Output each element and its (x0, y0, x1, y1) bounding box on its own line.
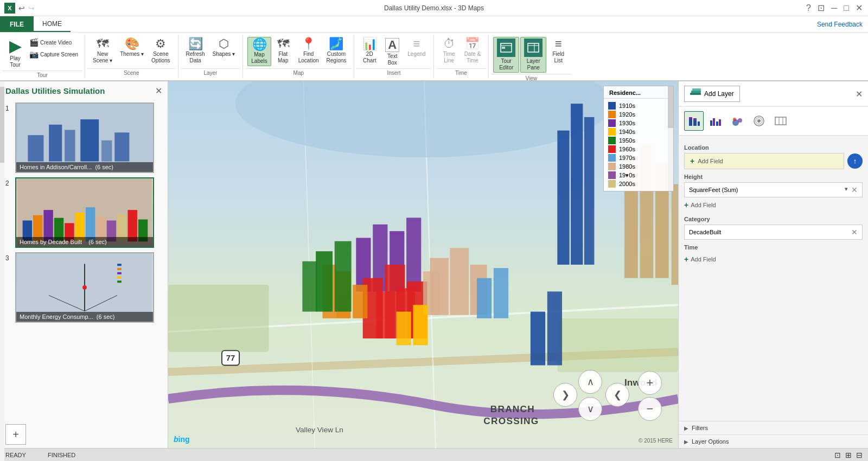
layer-options-section[interactable]: ▶ Layer Options (679, 434, 868, 448)
scene-options-button[interactable]: ⚙ SceneOptions (148, 37, 173, 65)
ribbon-group-insert: 📊 2DChart A TextBox ≡ Legend Insert (354, 35, 433, 78)
2d-chart-button[interactable]: 📊 2DChart (359, 37, 380, 65)
scene-item[interactable]: 3 Monthly Energy Consump... (5, 252, 162, 323)
help-btn[interactable]: ? (805, 3, 812, 13)
field-list-button[interactable]: ≡ FieldList (547, 37, 569, 65)
category-remove-button[interactable]: ✕ (851, 228, 858, 236)
flat-map-label: FlatMap (278, 51, 288, 64)
rotate-right-button[interactable]: ❯ (553, 383, 577, 407)
camera-icon: 📷 (29, 50, 39, 59)
legend-button[interactable]: ≡ Legend (404, 37, 429, 59)
find-location-button[interactable]: 📍 FindLocation (295, 37, 322, 65)
height-remove-button[interactable]: ✕ (851, 185, 858, 194)
status-icon-2[interactable]: ⊞ (845, 451, 852, 459)
upload-button[interactable]: ↑ (847, 153, 863, 169)
scene-item[interactable]: 2 (5, 177, 162, 248)
legend-scrollbar[interactable] (668, 86, 673, 191)
maximize-btn[interactable]: □ (843, 3, 850, 13)
status-icon-3[interactable]: ⊟ (856, 451, 863, 459)
legend-panel: Residenc... 1910s 1920s 1930s 1940s 1950… (603, 86, 674, 191)
ribbon-group-map: 🌐 MapLabels 🗺 FlatMap 📍 FindLocation 🗾 C… (243, 35, 354, 78)
filters-section[interactable]: ▶ Filters (679, 421, 868, 434)
create-video-button[interactable]: 🎬 Create Video (27, 37, 80, 48)
scene-thumb-1[interactable]: Homes in Addison/Carroll... (6 sec) (15, 103, 154, 173)
map-labels-icon: 🌐 (252, 39, 267, 50)
minimize-btn[interactable]: ─ (830, 3, 838, 13)
map-labels-button[interactable]: 🌐 MapLabels (247, 37, 271, 66)
flat-map-button[interactable]: 🗺 FlatMap (272, 37, 294, 65)
map-rotate-right[interactable]: ❯ (553, 383, 577, 407)
height-dropdown-icon[interactable]: ▾ (845, 185, 848, 194)
themes-button[interactable]: 🎨 Themes ▾ (117, 37, 147, 59)
stacked-bar-icon-btn[interactable] (684, 111, 704, 131)
redo-btn[interactable]: ↪ (28, 4, 35, 12)
map-rotate-left[interactable]: ❮ (605, 383, 629, 407)
tilt-up-button[interactable]: ∧ (578, 370, 602, 394)
date-time-button[interactable]: 📅 Date &Time (461, 37, 484, 65)
refresh-data-button[interactable]: 🔄 RefreshData (183, 37, 208, 65)
legend-item: 1940s (608, 128, 669, 136)
svg-rect-58 (316, 251, 333, 311)
svg-rect-91 (698, 121, 700, 126)
legend-color-1930s (608, 119, 616, 127)
tilt-down-button[interactable]: ∨ (578, 397, 602, 421)
layer-group-label: Layer (181, 68, 241, 77)
heat-icon-btn[interactable] (749, 111, 769, 131)
scene-item[interactable]: 1 Homes in Addison/Carroll... (6 sec) (5, 103, 162, 173)
height-value-box[interactable]: SquareFeet (Sum) ▾ ✕ (684, 182, 863, 197)
zoom-out-button[interactable]: − (638, 397, 662, 421)
close-btn[interactable]: ✕ (854, 3, 864, 13)
region-icon-btn[interactable] (771, 111, 790, 131)
layer-pane-button[interactable]: LayerPane (520, 37, 546, 73)
scenes-list: 1 Homes in Addison/Carroll... (6 sec) (0, 100, 168, 421)
svg-rect-56 (353, 285, 367, 318)
field-list-label: FieldList (552, 51, 564, 64)
status-icon-1[interactable]: ⊡ (834, 451, 841, 459)
close-right-panel-button[interactable]: ✕ (856, 89, 863, 99)
left-scrollbar[interactable] (0, 81, 4, 448)
time-label: Time (684, 244, 863, 251)
height-value: SquareFeet (Sum) (689, 187, 738, 193)
restore-btn[interactable]: ⊡ (816, 3, 826, 13)
category-value-box[interactable]: DecadeBuilt ✕ (684, 225, 863, 240)
map-tilt-control[interactable]: ∧ (578, 370, 602, 394)
svg-rect-66 (494, 268, 508, 318)
file-tab[interactable]: FILE (0, 16, 34, 32)
close-panel-button[interactable]: ✕ (155, 86, 162, 96)
shapes-button[interactable]: ⬡ Shapes ▾ (209, 37, 239, 59)
add-scene-button[interactable]: + (5, 424, 26, 445)
play-tour-button[interactable]: ▶ PlayTour (4, 37, 26, 69)
location-add-field[interactable]: + Add Field (684, 153, 844, 169)
scene-thumb-3[interactable]: Monthly Energy Consump... (6 sec) (15, 252, 154, 323)
map-area[interactable]: BRANCH CROSSING Inwood Valley View Ln 77… (168, 81, 678, 448)
home-tab[interactable]: HOME (34, 16, 71, 32)
custom-regions-button[interactable]: 🗾 CustomRegions (323, 37, 350, 65)
send-feedback-link[interactable]: Send Feedback (817, 16, 868, 32)
legend-scrollbar-thumb (668, 86, 673, 128)
zoom-in-button[interactable]: + (638, 371, 662, 395)
svg-rect-68 (413, 305, 427, 345)
time-line-button[interactable]: ⏱ TimeLine (438, 37, 460, 65)
new-scene-button[interactable]: 🗺 NewScene ▾ (90, 37, 116, 65)
height-add-field[interactable]: + Add Field (684, 199, 863, 212)
capture-screen-button[interactable]: 📷 Capture Screen (27, 49, 80, 60)
legend-item: 1980s (608, 163, 669, 170)
map-tilt-down[interactable]: ∨ (578, 397, 602, 421)
ribbon-group-tour: ▶ PlayTour 🎬 Create Video 📷 Capture Scre… (0, 35, 85, 78)
svg-rect-53 (376, 291, 395, 338)
refresh-icon: 🔄 (188, 38, 203, 50)
find-location-icon: 📍 (301, 38, 316, 50)
rotate-left-button[interactable]: ❮ (605, 383, 629, 407)
legend-color-1920s (608, 111, 616, 118)
add-layer-button[interactable]: Add Layer (684, 86, 740, 102)
status-bar: READY FINISHED ⊡ ⊞ ⊟ (0, 448, 868, 461)
scene-thumb-2[interactable]: Homes by Decade Built (6 sec) (15, 177, 154, 248)
clustered-bar-icon-btn[interactable] (706, 111, 725, 131)
undo-btn[interactable]: ↩ (18, 4, 25, 12)
bubble-icon-btn[interactable] (727, 111, 747, 131)
time-add-field[interactable]: + Add Field (684, 253, 863, 266)
text-box-button[interactable]: A TextBox (381, 37, 403, 67)
legend-label-1980s: 1980s (619, 163, 635, 170)
layer-options-label: Layer Options (692, 438, 729, 445)
tour-editor-button[interactable]: TourEditor (493, 37, 519, 73)
